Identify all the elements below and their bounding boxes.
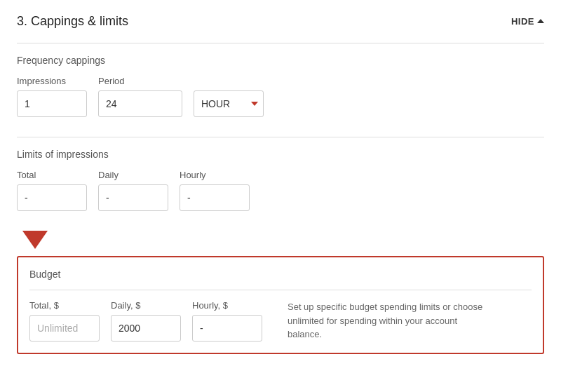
budget-total-field-group: Total, $ <box>29 300 100 342</box>
budget-divider <box>29 290 532 290</box>
hide-button[interactable]: HIDE <box>511 16 544 27</box>
budget-daily-label: Daily, $ <box>111 300 181 311</box>
budget-hourly-field-group: Hourly, $ <box>192 300 262 342</box>
budget-title: Budget <box>29 269 532 280</box>
limits-fields-row: Total Daily Hourly <box>17 170 544 211</box>
period-label: Period <box>98 76 182 86</box>
arrow-row <box>17 231 544 249</box>
frequency-cappings-title: Frequency cappings <box>17 55 544 66</box>
budget-section: Budget Total, $ Daily, $ Hourly, $ Set u… <box>17 256 544 354</box>
section-header: 3. Cappings & limits HIDE <box>17 14 544 29</box>
limits-divider <box>17 137 544 137</box>
budget-daily-input[interactable] <box>111 315 181 342</box>
budget-total-label: Total, $ <box>29 300 100 311</box>
period-field-group: Period <box>98 76 182 117</box>
chevron-up-icon <box>537 19 544 23</box>
budget-hourly-label: Hourly, $ <box>192 300 262 311</box>
period-input[interactable] <box>98 90 182 117</box>
limits-total-field-group: Total <box>17 170 87 211</box>
limits-title: Limits of impressions <box>17 149 544 160</box>
limits-total-label: Total <box>17 170 87 180</box>
limits-total-input[interactable] <box>17 184 87 211</box>
period-unit-select-wrapper: HOUR DAY WEEK <box>194 90 264 117</box>
budget-daily-field-group: Daily, $ <box>111 300 181 342</box>
frequency-divider <box>17 43 544 43</box>
frequency-fields-row: Impressions Period HOUR DAY WEEK <box>17 76 544 117</box>
budget-help-text: Set up specific budget spending limits o… <box>288 300 484 342</box>
budget-total-input[interactable] <box>29 315 100 342</box>
impressions-input[interactable] <box>17 90 87 117</box>
section-title: 3. Cappings & limits <box>17 14 128 29</box>
limits-hourly-input[interactable] <box>180 184 250 211</box>
limits-hourly-field-group: Hourly <box>180 170 250 211</box>
down-arrow-icon <box>22 231 48 249</box>
period-unit-field-group: HOUR DAY WEEK <box>194 90 264 117</box>
limits-hourly-label: Hourly <box>180 170 250 180</box>
impressions-field-group: Impressions <box>17 76 87 117</box>
period-unit-select[interactable]: HOUR DAY WEEK <box>194 90 264 117</box>
budget-fields-row: Total, $ Daily, $ Hourly, $ Set up speci… <box>29 300 532 342</box>
budget-hourly-input[interactable] <box>192 315 262 342</box>
hide-label: HIDE <box>511 16 534 27</box>
impressions-label: Impressions <box>17 76 87 86</box>
limits-daily-field-group: Daily <box>98 170 168 211</box>
limits-daily-label: Daily <box>98 170 168 180</box>
limits-daily-input[interactable] <box>98 184 168 211</box>
